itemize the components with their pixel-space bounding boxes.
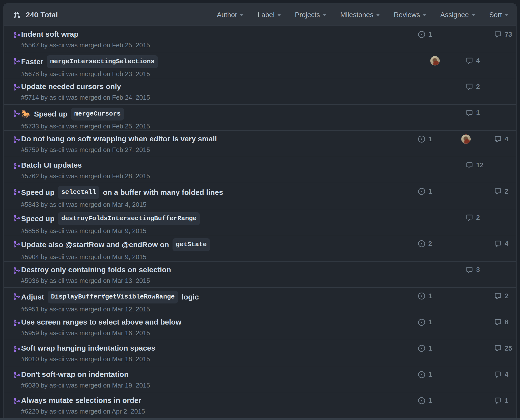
filter-label[interactable]: Label	[258, 11, 281, 19]
chevron-down-icon	[376, 14, 380, 16]
comment-icon	[494, 188, 501, 195]
pr-meta: #6220 by as-cii was merged on Apr 2, 201…	[21, 407, 418, 415]
comments[interactable]: 4	[452, 56, 480, 66]
pr-meta: #5904 by as-cii was merged on Mar 9, 201…	[21, 253, 418, 261]
pr-title-text: Don't soft-wrap on indentation	[21, 369, 129, 380]
pr-title-text: Faster	[21, 57, 45, 67]
filter-bar: Author Label Projects Milestones Reviews…	[217, 11, 508, 19]
pr-row: Soft wrap hanging indentation spaces #60…	[4, 340, 516, 366]
filter-reviews[interactable]: Reviews	[394, 11, 426, 19]
linked-issue-count: 1	[428, 135, 432, 143]
pr-title[interactable]: Don't soft-wrap on indentation	[21, 369, 418, 380]
comments[interactable]: 8	[480, 317, 509, 328]
pr-title[interactable]: Do not hang on soft wrapping when editor…	[21, 134, 418, 144]
pr-title[interactable]: Destroy only containing folds on selecti…	[21, 265, 418, 275]
comments[interactable]: 4	[480, 369, 509, 380]
pr-meta: #5858 by as-cii was merged on Mar 9, 201…	[21, 227, 418, 235]
pr-title-code: destroyFoldsIntersectingBufferRange	[58, 212, 200, 225]
assignee-avatar-cell	[452, 395, 480, 406]
filter-sort[interactable]: Sort	[489, 11, 508, 19]
comments[interactable]: 3	[452, 265, 480, 275]
assignee-avatar-cell	[452, 29, 480, 40]
comments[interactable]: 2	[480, 291, 509, 301]
linked-issues[interactable]: 1	[418, 343, 452, 354]
linked-issues[interactable]: 1	[418, 186, 452, 197]
linked-issue-count: 1	[428, 371, 432, 378]
comment-count: 3	[476, 266, 480, 274]
comment-count: 1	[505, 397, 508, 405]
pr-title[interactable]: Speed up destroyFoldsIntersectingBufferR…	[21, 212, 418, 225]
comments[interactable]: 2	[452, 82, 480, 92]
filter-author[interactable]: Author	[217, 11, 244, 19]
pr-meta: #5733 by as-cii was merged on Feb 25, 20…	[21, 122, 418, 130]
git-merge-icon	[13, 366, 21, 392]
pull-request-total-icon	[13, 11, 21, 19]
issue-opened-icon	[418, 397, 425, 404]
linked-issues[interactable]: 2	[418, 239, 452, 249]
linked-issues[interactable]: 1	[418, 317, 452, 328]
linked-issues[interactable]: 1	[418, 29, 452, 40]
pr-row: Use screen ranges to select above and be…	[4, 314, 516, 340]
filter-milestones[interactable]: Milestones	[340, 11, 380, 19]
git-merge-icon	[13, 131, 21, 157]
assignee-avatar-cell	[418, 82, 452, 92]
pr-title[interactable]: 🐎 Speed up mergeCursors	[21, 108, 418, 120]
linked-issues[interactable]: 1	[418, 291, 452, 301]
comments[interactable]: 2	[452, 212, 480, 223]
comment-icon	[466, 162, 473, 169]
pr-row-main: Update also @startRow and @endRow on get…	[21, 235, 418, 261]
linked-issue-count: 1	[428, 31, 432, 38]
comments[interactable]: 12	[452, 160, 480, 171]
pr-title[interactable]: Update needed cursors only	[21, 81, 418, 92]
linked-issues[interactable]: 1	[418, 395, 452, 406]
filter-projects[interactable]: Projects	[295, 11, 326, 19]
pr-title-code: mergeCursors	[71, 108, 124, 120]
pr-title[interactable]: Indent soft wrap	[21, 29, 418, 39]
pr-row: Adjust DisplayBuffer#getVisibleRowRange …	[4, 288, 516, 314]
avatar[interactable]	[430, 56, 440, 65]
comments[interactable]: 4	[480, 134, 509, 144]
linked-issues[interactable]: 1	[418, 369, 452, 380]
pr-row: Indent soft wrap #5567 by as-cii was mer…	[4, 26, 516, 52]
pr-meta: #5678 by as-cii was merged on Feb 23, 20…	[21, 70, 418, 78]
avatar[interactable]	[461, 134, 471, 144]
pr-title[interactable]: Update also @startRow and @endRow on get…	[21, 238, 418, 251]
git-merge-icon	[13, 78, 21, 104]
comments[interactable]: 73	[480, 29, 509, 40]
pr-row-main: Soft wrap hanging indentation spaces #60…	[21, 340, 418, 366]
assignee-avatar-cell	[452, 343, 480, 354]
pr-row-main: Indent soft wrap #5567 by as-cii was mer…	[21, 26, 418, 52]
comments[interactable]: 1	[452, 108, 480, 118]
comment-count: 4	[505, 135, 508, 143]
pr-title[interactable]: Faster mergeIntersectingSelections	[21, 55, 418, 68]
comments[interactable]: 2	[480, 186, 509, 197]
pr-title[interactable]: Soft wrap hanging indentation spaces	[21, 343, 418, 353]
pr-meta: #5714 by as-cii was merged on Feb 24, 20…	[21, 93, 418, 101]
pr-title[interactable]: Always mutate selections in order	[21, 395, 418, 406]
comment-count: 2	[505, 188, 508, 195]
pr-title[interactable]: Use screen ranges to select above and be…	[21, 317, 418, 327]
pr-title[interactable]: Batch UI updates	[21, 160, 418, 170]
filter-label-milestones: Milestones	[340, 11, 374, 19]
pr-title-text: Indent soft wrap	[21, 29, 79, 39]
pull-request-list: 240 Total Author Label Projects Mileston…	[3, 3, 517, 419]
issue-opened-icon	[418, 319, 425, 326]
filter-assignee[interactable]: Assignee	[440, 11, 475, 19]
assignee-avatar-cell	[452, 291, 480, 301]
git-merge-icon	[13, 314, 21, 340]
pr-title[interactable]: Speed up selectAll on a buffer with many…	[21, 186, 418, 199]
next-row-edge	[0, 418, 520, 420]
assignee-avatar-cell	[452, 369, 480, 380]
comments[interactable]: 1	[480, 395, 509, 406]
linked-issues[interactable]: 1	[418, 134, 452, 144]
comments[interactable]: 4	[480, 239, 509, 249]
git-merge-icon	[13, 52, 21, 78]
comment-icon	[466, 214, 473, 221]
pr-row-main: Use screen ranges to select above and be…	[21, 314, 418, 340]
linked-issue-count: 1	[428, 188, 432, 195]
pr-title[interactable]: Adjust DisplayBuffer#getVisibleRowRange …	[21, 291, 418, 303]
comment-icon	[494, 345, 501, 352]
pr-row-main: Update needed cursors only #5714 by as-c…	[21, 78, 418, 104]
comments[interactable]: 25	[480, 343, 509, 354]
filter-label-projects: Projects	[295, 11, 320, 19]
